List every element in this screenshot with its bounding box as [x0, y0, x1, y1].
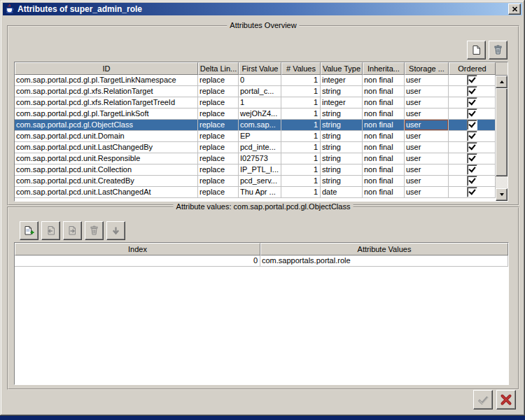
cell-id: com.sap.portal.pcd.gl.pl.TargetLinkSoft: [15, 108, 198, 120]
column-header-value-type[interactable]: Value Type: [321, 62, 363, 75]
cell-inheritance: non final: [363, 164, 405, 176]
cancel-button[interactable]: [496, 390, 516, 410]
cell-value-type: string: [321, 108, 363, 120]
dialog-footer: [473, 390, 516, 410]
cell-ordered: [449, 187, 496, 198]
scrollbar-thumb[interactable]: [496, 88, 507, 176]
cell-first-value: com.sap...: [239, 120, 281, 131]
titlebar[interactable]: Attributes of super_admin_role: [3, 3, 522, 15]
window-title: Attributes of super_admin_role: [18, 4, 506, 14]
ordered-checkbox[interactable]: [467, 142, 477, 153]
check-icon: [476, 393, 490, 407]
delete-value-button[interactable]: [85, 221, 104, 240]
cell-storage: user: [405, 108, 449, 120]
cell-num-values: 1: [281, 131, 321, 142]
cell-value-type: integer: [321, 75, 363, 86]
vertical-scrollbar[interactable]: [496, 62, 507, 201]
new-document-icon: [470, 44, 482, 56]
attribute-row[interactable]: com.sap.portal.pcd.gl.xfs.RelationTarget…: [15, 86, 496, 97]
arrow-up-icon: [500, 80, 504, 83]
ordered-checkbox[interactable]: [467, 97, 477, 108]
column-header-index[interactable]: Index: [15, 243, 260, 255]
ordered-checkbox[interactable]: [467, 86, 477, 97]
column-header-ordered[interactable]: Ordered: [449, 62, 496, 75]
cell-inheritance: non final: [363, 120, 405, 131]
value-left-button[interactable]: [41, 221, 60, 240]
attribute-row[interactable]: com.sap.portal.pcd.unit.Domain replace E…: [15, 131, 496, 142]
cell-ordered: [449, 75, 496, 86]
cell-num-values: 1: [281, 164, 321, 176]
scrollbar-corner: [496, 62, 507, 76]
attribute-values-title: Attribute values: com.sap.portal.pcd.gl.…: [174, 202, 354, 211]
column-header-attribute-values[interactable]: Attribute Values: [260, 243, 508, 255]
ordered-checkbox[interactable]: [467, 108, 477, 119]
cell-delta-link: replace: [198, 86, 239, 97]
ordered-checkbox[interactable]: [467, 75, 477, 85]
cell-delta-link: replace: [198, 120, 239, 131]
cell-first-value: Thu Apr ...: [239, 187, 281, 198]
move-value-down-button[interactable]: [106, 221, 125, 240]
delete-attribute-button[interactable]: [489, 41, 507, 59]
attribute-row[interactable]: com.sap.portal.pcd.unit.CreatedBy replac…: [15, 176, 496, 187]
cell-ordered: [449, 120, 496, 131]
cell-storage: user: [405, 176, 449, 187]
cell-first-value: 1: [239, 97, 281, 108]
value-right-button[interactable]: [63, 221, 82, 240]
attribute-row[interactable]: com.sap.portal.pcd.gl.xfs.RelationTarget…: [15, 97, 496, 108]
attribute-row[interactable]: com.sap.portal.pcd.gl.ObjectClass replac…: [15, 120, 496, 131]
column-header-storage[interactable]: Storage ...: [405, 62, 449, 75]
close-button[interactable]: [508, 4, 521, 15]
value-row[interactable]: 0 com.sapportals.portal.role: [15, 255, 508, 267]
scrollbar-track[interactable]: [496, 176, 507, 188]
attribute-values-panel: Attribute values: com.sap.portal.pcd.gl.…: [7, 206, 519, 390]
cell-delta-link: replace: [198, 164, 239, 176]
cell-storage: user: [405, 120, 449, 131]
cell-inheritance: non final: [363, 153, 405, 164]
red-x-icon: [499, 393, 513, 407]
attribute-row[interactable]: com.sap.portal.pcd.unit.Collection repla…: [15, 164, 496, 176]
cell-storage: user: [405, 75, 449, 86]
column-header-id[interactable]: ID: [15, 62, 198, 75]
cell-first-value: IP_PTL_I...: [239, 164, 281, 176]
cell-first-value: EP: [239, 131, 281, 142]
cell-num-values: 1: [281, 153, 321, 164]
cell-first-value: 0: [239, 75, 281, 86]
scroll-down-button[interactable]: [496, 188, 507, 201]
ordered-checkbox[interactable]: [467, 187, 477, 197]
scroll-up-button[interactable]: [496, 76, 507, 88]
cell-first-value: wejOhZ4...: [239, 108, 281, 120]
cell-first-value: pcd_serv...: [239, 176, 281, 187]
confirm-button[interactable]: [473, 390, 493, 410]
add-value-button[interactable]: [20, 221, 38, 240]
cell-delta-link: replace: [198, 131, 239, 142]
attribute-row[interactable]: com.sap.portal.pcd.unit.Responsible repl…: [15, 153, 496, 164]
cell-id: com.sap.portal.pcd.unit.Collection: [15, 164, 198, 176]
attribute-row[interactable]: com.sap.portal.pcd.unit.LastChangedAt re…: [15, 187, 496, 198]
cell-value-type: string: [321, 86, 363, 97]
ordered-checkbox[interactable]: [467, 176, 477, 186]
document-arrow-left-icon: [45, 225, 57, 237]
column-header-delta-link[interactable]: Delta Lin...: [198, 62, 239, 75]
column-header-inheritance[interactable]: Inherita...: [363, 62, 405, 75]
cell-num-values: 1: [281, 108, 321, 120]
attribute-row[interactable]: com.sap.portal.pcd.gl.pl.TargetLinkNames…: [15, 75, 496, 86]
values-table: Index Attribute Values 0 com.sapportals.…: [14, 242, 509, 385]
ordered-checkbox[interactable]: [467, 120, 477, 130]
document-plus-icon: [23, 225, 35, 237]
ordered-checkbox[interactable]: [467, 131, 477, 141]
trash-icon: [492, 44, 504, 56]
ordered-checkbox[interactable]: [467, 164, 477, 175]
cell-inheritance: non final: [363, 131, 405, 142]
column-header-first-value[interactable]: First Value: [239, 62, 281, 75]
attribute-row[interactable]: com.sap.portal.pcd.gl.pl.TargetLinkSoft …: [15, 108, 496, 120]
cell-first-value: portal_c...: [239, 86, 281, 97]
column-header-num-values[interactable]: # Values: [281, 62, 321, 75]
ordered-checkbox[interactable]: [467, 153, 477, 164]
values-table-header: Index Attribute Values: [15, 243, 508, 255]
new-attribute-button[interactable]: [467, 41, 486, 59]
cell-inheritance: non final: [363, 108, 405, 120]
cell-index: 0: [15, 255, 260, 267]
attributes-dialog-window: Attributes of super_admin_role Attribute…: [0, 0, 525, 416]
cell-delta-link: replace: [198, 187, 239, 198]
attribute-row[interactable]: com.sap.portal.pcd.unit.LastChangedBy re…: [15, 142, 496, 153]
